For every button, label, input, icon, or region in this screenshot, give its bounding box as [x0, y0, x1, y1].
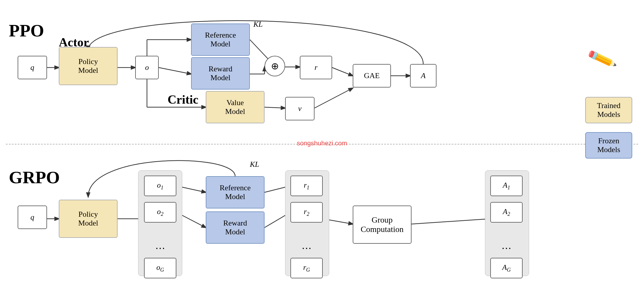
- pencil-icon: ✏️: [586, 43, 618, 75]
- svg-line-22: [412, 219, 490, 224]
- grpo-group-computation-box: Group Computation: [353, 206, 412, 244]
- legend-trained: Trained Models: [585, 97, 632, 123]
- grpo-a3-dots-box: ⋯: [490, 238, 523, 258]
- ppo-a-box: A: [410, 64, 436, 88]
- ppo-ref-model-text: Reference Model: [205, 31, 236, 48]
- grpo-aG-text: AG: [502, 263, 511, 273]
- legend-frozen: Frozen Models: [585, 132, 632, 159]
- ppo-gae-box: GAE: [353, 64, 391, 88]
- ppo-q-box: q: [18, 56, 47, 79]
- ppo-v-text: v: [298, 104, 302, 113]
- grpo-oG-box: oG: [144, 258, 176, 278]
- ppo-r-box: r: [300, 56, 332, 79]
- grpo-oG-text: oG: [156, 263, 164, 273]
- grpo-reward-model-box: Reward Model: [206, 211, 265, 244]
- ppo-a-text: A: [421, 71, 426, 80]
- grpo-rG-box: rG: [290, 258, 323, 278]
- grpo-o2-text: o2: [157, 207, 163, 217]
- grpo-r2-text: r2: [304, 207, 309, 217]
- grpo-r3-dots-box: ⋯: [290, 238, 323, 258]
- ppo-value-model-text: Value Model: [225, 98, 245, 116]
- grpo-o1-box: o1: [144, 176, 176, 196]
- diagram-container: PPO Actor Critic KL q Policy Model o Ref…: [0, 0, 644, 286]
- grpo-r2-box: r2: [290, 202, 323, 223]
- grpo-r3-text: ⋯: [302, 242, 312, 254]
- grpo-q-box: q: [18, 206, 47, 229]
- grpo-o2-box: o2: [144, 202, 176, 223]
- critic-label: Critic: [168, 92, 198, 107]
- ppo-r-text: r: [315, 63, 317, 72]
- svg-line-4: [159, 68, 191, 74]
- grpo-policy-model-box: Policy Model: [59, 200, 118, 238]
- ppo-ref-model-box: Reference Model: [191, 23, 250, 56]
- ppo-policy-model-text: Policy Model: [78, 57, 98, 75]
- ppo-reward-model-text: Reward Model: [209, 65, 232, 82]
- ppo-policy-model-box: Policy Model: [59, 47, 118, 85]
- ppo-oplus-box: ⊕: [265, 56, 285, 76]
- grpo-a3-text: ⋯: [501, 242, 511, 254]
- grpo-ref-model-text: Reference Model: [220, 184, 250, 201]
- grpo-gc-text: Group Computation: [361, 215, 404, 234]
- grpo-r1-box: r1: [290, 176, 323, 196]
- svg-line-11: [265, 107, 285, 108]
- grpo-q-text: q: [31, 213, 34, 222]
- grpo-a1-text: A1: [503, 181, 510, 191]
- ppo-v-box: v: [285, 97, 315, 120]
- grpo-rG-text: rG: [303, 263, 310, 273]
- ppo-o-box: o: [135, 56, 159, 79]
- svg-line-13: [315, 88, 353, 108]
- grpo-aG-box: AG: [490, 258, 523, 278]
- ppo-o-text: o: [145, 63, 149, 72]
- kl-grpo-label: KL: [250, 160, 259, 169]
- ppo-q-text: q: [31, 63, 34, 72]
- grpo-a2-box: A2: [490, 202, 523, 223]
- watermark: songshuhezi.com: [297, 139, 347, 147]
- grpo-a2-text: A2: [503, 207, 510, 217]
- grpo-r1-text: r1: [304, 181, 309, 191]
- ppo-value-model-box: Value Model: [206, 91, 265, 123]
- svg-line-12: [332, 68, 353, 76]
- grpo-policy-model-text: Policy Model: [78, 210, 98, 228]
- kl-ppo-label: KL: [253, 20, 263, 29]
- ppo-label: PPO: [9, 21, 44, 41]
- grpo-a1-box: A1: [490, 176, 523, 196]
- grpo-ref-model-box: Reference Model: [206, 176, 265, 208]
- ppo-gae-text: GAE: [364, 71, 379, 80]
- grpo-o1-text: o1: [157, 181, 163, 191]
- grpo-o3-dots-box: ⋯: [144, 238, 176, 258]
- grpo-reward-model-text: Reward Model: [223, 219, 247, 236]
- grpo-label: GRPO: [9, 167, 60, 188]
- grpo-o3-text: ⋯: [155, 242, 165, 254]
- legend-frozen-text: Frozen Models: [597, 137, 620, 154]
- legend-trained-text: Trained Models: [597, 101, 620, 119]
- ppo-reward-model-box: Reward Model: [191, 57, 250, 90]
